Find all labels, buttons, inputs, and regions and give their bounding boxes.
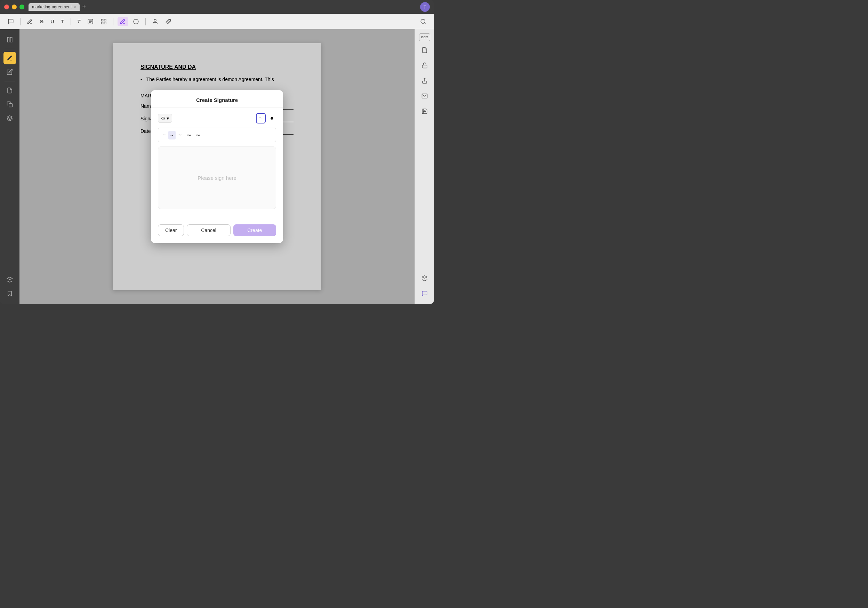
- tab-bar: marketing-agreement × +: [28, 3, 87, 11]
- right-sidebar: OCR: [414, 29, 434, 304]
- share-button[interactable]: [418, 74, 431, 87]
- svg-rect-7: [104, 22, 106, 24]
- text-button[interactable]: T: [59, 17, 67, 26]
- svg-point-10: [421, 19, 425, 23]
- sidebar-bookmark-button[interactable]: [3, 287, 16, 300]
- svg-rect-17: [422, 65, 427, 68]
- svg-point-8: [133, 19, 138, 24]
- dialog-controls: ⊙ ▾ ~ ●: [158, 113, 276, 124]
- shape-button[interactable]: [131, 17, 141, 26]
- toolbar: S U T T: [0, 14, 434, 29]
- close-button[interactable]: [4, 5, 9, 9]
- user-avatar: T: [420, 2, 430, 12]
- create-signature-dialog: Create Signature ⊙ ▾: [151, 90, 283, 243]
- sidebar-annotate-button[interactable]: [3, 52, 16, 64]
- layers-button[interactable]: [418, 272, 431, 284]
- new-tab-button[interactable]: +: [81, 3, 88, 11]
- sidebar-forms-button[interactable]: [3, 98, 16, 111]
- stamp-button[interactable]: [163, 17, 174, 26]
- dialog-body: ⊙ ▾ ~ ●: [151, 107, 283, 220]
- draw-button[interactable]: [118, 17, 128, 26]
- underline-button[interactable]: U: [48, 17, 56, 26]
- sep1: [20, 18, 20, 25]
- sidebar-edit-button[interactable]: [3, 66, 16, 78]
- stroke-option-5[interactable]: ~: [194, 130, 202, 141]
- stroke-options: ~ ~ ~ ~ ~: [158, 128, 276, 142]
- black-color-option[interactable]: ●: [268, 114, 276, 123]
- save-button[interactable]: [418, 105, 431, 118]
- svg-line-11: [424, 23, 425, 24]
- sidebar-panel-button[interactable]: [3, 33, 16, 46]
- dialog-header: Create Signature: [151, 90, 283, 107]
- content-area: SIGNATURE AND DA - The Parties hereby a …: [0, 29, 434, 304]
- text-style-button[interactable]: T: [75, 17, 82, 26]
- sidebar-bottom-layers[interactable]: [3, 273, 16, 286]
- secure-button[interactable]: [418, 59, 431, 72]
- sep2: [71, 18, 71, 25]
- export-pdf-button[interactable]: [418, 44, 431, 56]
- strikethrough-button[interactable]: S: [38, 17, 46, 26]
- stroke-option-2[interactable]: ~: [168, 131, 176, 140]
- sidebar-sep2: [5, 81, 15, 81]
- traffic-lights: [4, 5, 24, 9]
- pen-icon: ⊙: [161, 115, 165, 121]
- svg-point-9: [154, 19, 156, 21]
- sidebar-sep1: [5, 49, 15, 49]
- sign-area[interactable]: Please sign here: [158, 146, 276, 209]
- left-sidebar: [0, 29, 20, 304]
- titlebar: marketing-agreement × + T: [0, 0, 434, 14]
- maximize-button[interactable]: [20, 5, 24, 9]
- comment-button[interactable]: [6, 17, 16, 26]
- create-button[interactable]: Create: [233, 224, 276, 236]
- person-button[interactable]: [150, 17, 160, 26]
- sep3: [113, 18, 113, 25]
- svg-rect-5: [104, 19, 106, 21]
- active-tab[interactable]: marketing-agreement ×: [28, 3, 80, 11]
- stroke-option-3[interactable]: ~: [176, 130, 184, 140]
- search-button[interactable]: [418, 17, 428, 26]
- stroke-option-1[interactable]: ~: [161, 131, 167, 139]
- chat-button[interactable]: [418, 287, 431, 300]
- grid-button[interactable]: [98, 17, 109, 26]
- dialog-footer: Clear Cancel Create: [151, 220, 283, 243]
- selected-color-stroke[interactable]: ~: [256, 113, 266, 124]
- user-initial: T: [423, 5, 426, 10]
- pen-selector[interactable]: ⊙ ▾: [158, 114, 172, 123]
- svg-marker-15: [7, 116, 12, 119]
- clear-button[interactable]: Clear: [158, 224, 184, 236]
- svg-rect-13: [11, 37, 12, 42]
- modal-overlay: Create Signature ⊙ ▾: [20, 29, 414, 304]
- document-area: SIGNATURE AND DA - The Parties hereby a …: [20, 29, 414, 304]
- svg-rect-14: [9, 104, 12, 107]
- text-box-button[interactable]: [85, 17, 96, 26]
- highlight-button[interactable]: [25, 17, 35, 26]
- mail-button[interactable]: [418, 90, 431, 102]
- dialog-title: Create Signature: [196, 97, 238, 103]
- tab-label: marketing-agreement: [32, 5, 71, 9]
- sign-placeholder: Please sign here: [197, 175, 237, 181]
- svg-rect-6: [101, 22, 103, 24]
- sidebar-layers-button[interactable]: [3, 112, 16, 124]
- minimize-button[interactable]: [12, 5, 17, 9]
- pen-dropdown-icon: ▾: [167, 115, 169, 121]
- tab-close-icon[interactable]: ×: [74, 5, 76, 9]
- app-window: marketing-agreement × + T S U T T: [0, 0, 434, 304]
- cancel-button[interactable]: Cancel: [187, 224, 230, 236]
- stroke-option-4[interactable]: ~: [184, 129, 193, 141]
- svg-rect-4: [101, 19, 103, 21]
- svg-marker-19: [422, 276, 427, 279]
- sidebar-pages-button[interactable]: [3, 84, 16, 97]
- ocr-button[interactable]: OCR: [419, 33, 430, 41]
- svg-marker-16: [7, 277, 12, 280]
- svg-rect-12: [7, 37, 9, 42]
